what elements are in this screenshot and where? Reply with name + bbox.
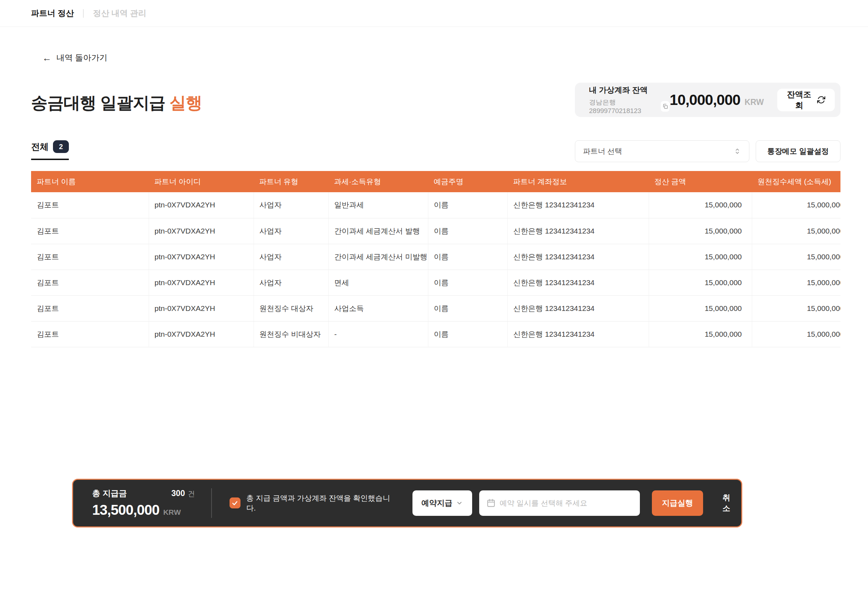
cell-partner_id: ptn-0X7VDXA2YH (149, 295, 254, 321)
cell-partner_id: ptn-0X7VDXA2YH (149, 218, 254, 244)
table-row: 김포트ptn-0X7VDXA2YH원천징수 비대상자-이름신한은행 123412… (31, 321, 840, 347)
cell-partner_account: 신한은행 123412341234 (507, 244, 649, 270)
balance-label: 내 가상계좌 잔액 (589, 85, 670, 95)
cell-account_holder: 이름 (428, 244, 507, 270)
balance-refresh-button[interactable]: 잔액조회 (777, 89, 835, 111)
cell-partner_account: 신한은행 123412341234 (507, 192, 649, 218)
cell-partner_type: 원천징수 비대상자 (254, 321, 329, 347)
column-header-partner_name: 파트너 이름 (31, 171, 149, 192)
refresh-icon (817, 95, 826, 104)
nav-divider (83, 9, 84, 18)
balance-currency: KRW (744, 98, 764, 107)
top-navbar: 파트너 정산 정산 내역 관리 (0, 0, 868, 27)
cell-withholding_tax: 15,000,000 (752, 270, 840, 295)
nav-item-settlement-history[interactable]: 정산 내역 관리 (93, 8, 146, 19)
bankbook-memo-bulk-button[interactable]: 통장메모 일괄설정 (756, 140, 840, 162)
back-link[interactable]: ← 내역 돌아가기 (42, 52, 107, 63)
cell-tax_income_type: 간이과세 세금계산서 미발행 (329, 244, 428, 270)
payment-count-unit: 건 (188, 489, 195, 498)
cell-partner_type: 사업자 (254, 270, 329, 295)
schedule-datetime-field (479, 490, 640, 516)
cell-withholding_tax: 15,000,000 (752, 321, 840, 347)
tab-all-label: 전체 (31, 141, 49, 153)
table-body: 김포트ptn-0X7VDXA2YH사업자일반과세이름신한은행 123412341… (31, 192, 840, 347)
totals-line2: 13,500,000 KRW (92, 502, 195, 518)
schedule-type-dropdown[interactable]: 예약지급 (412, 490, 472, 516)
check-icon (231, 500, 239, 507)
chevron-down-icon (456, 500, 463, 507)
balance-labels: 내 가상계좌 잔액 경남은행 28999770218123 (589, 85, 670, 115)
page-title-main: 송금대행 일괄지급 (31, 93, 165, 112)
schedule-datetime-input[interactable] (479, 490, 640, 516)
cell-partner_account: 신한은행 123412341234 (507, 321, 649, 347)
table-head: 파트너 이름파트너 아이디파트너 유형과세·소득유형예금주명파트너 계좌정보정산… (31, 171, 840, 192)
copy-account-button[interactable] (661, 101, 670, 112)
totals-line1: 총 지급금 300 건 (92, 488, 195, 499)
cell-partner_account: 신한은행 123412341234 (507, 270, 649, 295)
payment-count: 300 건 (171, 489, 195, 498)
total-payment-currency: KRW (163, 508, 181, 517)
cell-settlement_amount: 15,000,000 (649, 244, 752, 270)
partner-table-wrap: 파트너 이름파트너 아이디파트너 유형과세·소득유형예금주명파트너 계좌정보정산… (31, 171, 840, 347)
confirm-label: 총 지급 금액과 가상계좌 잔액을 확인했습니다. (246, 493, 399, 513)
balance-amount: 10,000,000 (670, 92, 740, 109)
cell-withholding_tax: 15,000,000 (752, 218, 840, 244)
partner-select-dropdown[interactable]: 파트너 선택 (575, 140, 749, 162)
payment-action-bar: 총 지급금 300 건 13,500,000 KRW 총 지급 금액과 가상계좌… (72, 479, 742, 528)
total-payment-label: 총 지급금 (92, 488, 127, 499)
cell-partner_id: ptn-0X7VDXA2YH (149, 270, 254, 295)
cancel-button[interactable]: 취소 (711, 492, 741, 514)
table-row: 김포트ptn-0X7VDXA2YH사업자일반과세이름신한은행 123412341… (31, 192, 840, 218)
copy-icon (662, 103, 668, 110)
column-header-settlement_amount: 정산 금액 (649, 171, 752, 192)
partner-select-value: 파트너 선택 (583, 146, 622, 156)
cell-partner_name: 김포트 (31, 192, 149, 218)
cell-tax_income_type: 일반과세 (329, 192, 428, 218)
cell-partner_account: 신한은행 123412341234 (507, 295, 649, 321)
execute-payment-button[interactable]: 지급실행 (652, 490, 703, 516)
cell-partner_account: 신한은행 123412341234 (507, 218, 649, 244)
table-header-row: 파트너 이름파트너 아이디파트너 유형과세·소득유형예금주명파트너 계좌정보정산… (31, 171, 840, 192)
tab-all[interactable]: 전체 2 (31, 140, 69, 160)
back-row: ← 내역 돌아가기 (31, 52, 840, 63)
balance-account-number: 경남은행 28999770218123 (589, 98, 657, 115)
total-payment-amount: 13,500,000 (92, 502, 159, 518)
cell-partner_type: 사업자 (254, 218, 329, 244)
nav-brand[interactable]: 파트너 정산 (31, 8, 74, 19)
table-toolbar: 파트너 선택 통장메모 일괄설정 (575, 140, 840, 162)
cell-partner_id: ptn-0X7VDXA2YH (149, 321, 254, 347)
cell-partner_name: 김포트 (31, 244, 149, 270)
cell-partner_type: 원천징수 대상자 (254, 295, 329, 321)
column-header-account_holder: 예금주명 (428, 171, 507, 192)
tab-all-count-badge: 2 (53, 140, 69, 153)
cell-withholding_tax: 15,000,000 (752, 295, 840, 321)
balance-account-row: 경남은행 28999770218123 (589, 98, 670, 115)
cell-account_holder: 이름 (428, 270, 507, 295)
confirm-checkbox-group[interactable]: 총 지급 금액과 가상계좌 잔액을 확인했습니다. (229, 493, 399, 513)
page-title-accent: 실행 (169, 93, 202, 112)
column-header-tax_income_type: 과세·소득유형 (329, 171, 428, 192)
cell-settlement_amount: 15,000,000 (649, 295, 752, 321)
cell-account_holder: 이름 (428, 295, 507, 321)
cell-tax_income_type: 사업소득 (329, 295, 428, 321)
cell-account_holder: 이름 (428, 321, 507, 347)
cell-account_holder: 이름 (428, 218, 507, 244)
partner-table: 파트너 이름파트너 아이디파트너 유형과세·소득유형예금주명파트너 계좌정보정산… (31, 171, 840, 347)
cell-partner_id: ptn-0X7VDXA2YH (149, 192, 254, 218)
header-row: 송금대행 일괄지급실행 내 가상계좌 잔액 경남은행 2899977021812… (31, 83, 840, 117)
cell-settlement_amount: 15,000,000 (649, 192, 752, 218)
column-header-partner_type: 파트너 유형 (254, 171, 329, 192)
cell-partner_name: 김포트 (31, 295, 149, 321)
confirm-checkbox[interactable] (229, 497, 240, 508)
column-header-withholding_tax: 원천징수세액 (소득세) (752, 171, 840, 192)
back-arrow-icon: ← (42, 53, 51, 62)
payment-count-value: 300 (171, 489, 185, 498)
cell-account_holder: 이름 (428, 192, 507, 218)
cell-partner_name: 김포트 (31, 270, 149, 295)
cell-partner_name: 김포트 (31, 321, 149, 347)
virtual-account-balance-card: 내 가상계좌 잔액 경남은행 28999770218123 10,000,0 (575, 83, 840, 117)
column-header-partner_account: 파트너 계좌정보 (507, 171, 649, 192)
cell-partner_name: 김포트 (31, 218, 149, 244)
footer-divider (211, 488, 212, 518)
cell-withholding_tax: 15,000,000 (752, 244, 840, 270)
